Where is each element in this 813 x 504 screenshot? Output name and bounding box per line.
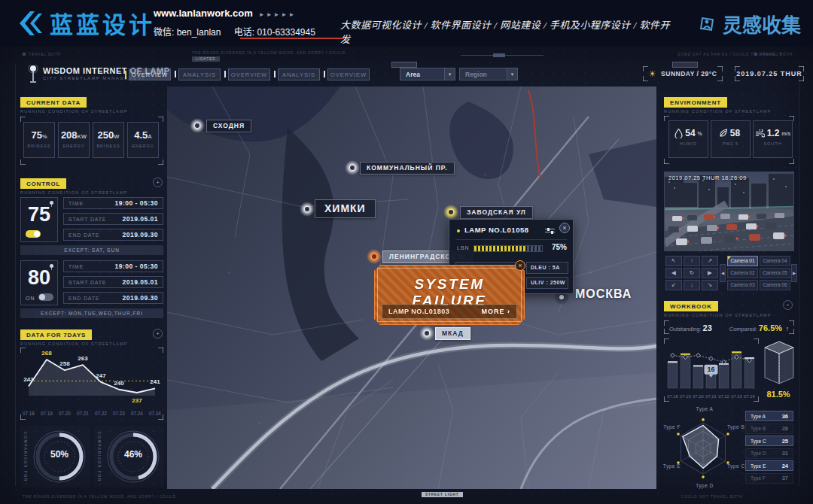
stat-energy-kw: 208KW ENERGY (58, 122, 90, 158)
panel-title-workbook: WORKBOOK (664, 301, 718, 311)
tab-analysis-2[interactable]: ANALYSIS (274, 68, 320, 80)
type-row-e[interactable]: Type E24 (745, 460, 793, 471)
map-label-mkad[interactable]: МКАД (435, 327, 470, 340)
type-row-d[interactable]: Type D31 (745, 448, 793, 459)
brightness-bar[interactable] (473, 245, 543, 252)
lanlan-logo-icon (15, 7, 48, 40)
except-days: EXCEPT: MON,TUE,WED,THUR,FRI (20, 308, 163, 318)
region-select[interactable]: Region ▾ (459, 68, 518, 80)
type-row-a[interactable]: Type A36 (745, 411, 793, 421)
camera-02-button[interactable]: Camera 02 (727, 268, 758, 278)
svg-text:268: 268 (41, 350, 52, 357)
lamp-pin-zavodskaya-alert[interactable] (443, 205, 458, 220)
weather-text: SUNNDAY / 29°C (661, 70, 717, 77)
svg-text:247: 247 (96, 372, 106, 379)
lamp-pin-khimki[interactable] (300, 202, 315, 217)
svg-text:240: 240 (114, 380, 124, 387)
pan-downright-button[interactable]: ↘ (702, 280, 718, 290)
map-label-zavodskaya[interactable]: ЗАВОДСКАЯ УЛ (460, 206, 533, 219)
type-row-c[interactable]: Type C25 (745, 436, 793, 446)
svg-text:07.18: 07.18 (23, 411, 35, 416)
svg-text:07.24: 07.24 (131, 411, 143, 416)
radar-chart (664, 409, 742, 487)
except-days: EXCEPT: SAT, SUN (20, 245, 163, 255)
field-current: DLEU : 5A (526, 262, 568, 274)
svg-text:07.22: 07.22 (95, 411, 107, 416)
svg-text:07.20: 07.20 (59, 411, 71, 416)
map-label-skhodnya[interactable]: СХОДНЯ (206, 120, 251, 132)
camera-06-button[interactable]: Camera 06 (760, 280, 790, 290)
type-row-f[interactable]: Type F37 (745, 473, 793, 484)
inspiration-collect[interactable]: 灵感收集 (697, 10, 801, 38)
traffic-scene (665, 172, 794, 251)
screenshot-stage: 蓝蓝设计 www.lanlanwork.com►►►►► 微信: ben_lan… (0, 0, 813, 504)
svg-text:+: + (589, 269, 592, 276)
panel-title-week-data: DATA FOR 7DAYS (20, 329, 92, 340)
svg-text:07.19: 07.19 (41, 411, 53, 416)
streetlamp-icon (27, 65, 39, 84)
pan-upleft-button[interactable]: ↖ (665, 256, 682, 266)
pan-downleft-button[interactable]: ↙ (665, 280, 682, 290)
pan-left-button[interactable]: ◀ (665, 268, 682, 278)
gauge-value: 50% (31, 426, 88, 483)
start-date-row: START DATE2019.05.01 (63, 213, 163, 225)
pan-upright-button[interactable]: ↗ (702, 256, 718, 266)
website-link[interactable]: www.lanlanwork.com (154, 8, 253, 19)
svg-text:241: 241 (150, 378, 160, 385)
tab-tick (125, 71, 126, 79)
tab-tick (224, 71, 226, 77)
svg-text:258: 258 (59, 360, 70, 367)
camera-prev-button[interactable]: ◀ (720, 264, 726, 282)
add-button[interactable]: + (153, 178, 163, 187)
status-dot (457, 229, 460, 232)
close-icon[interactable]: × (515, 260, 525, 271)
dimmer-level-box: 75 ON (20, 197, 58, 242)
add-button[interactable]: + (153, 329, 163, 339)
type-list: Type A36 Type B28 Type C25 Type D31 Type… (745, 411, 793, 485)
camera-timestamp: 2019.07.25 THUR 18:26:09 (668, 175, 747, 181)
map-label-khimki[interactable]: ХИМКИ (315, 199, 376, 218)
lamp-pin-leningradskoe-failure[interactable] (367, 249, 382, 264)
map-label-kommunalny[interactable]: КОММУНАЛЬНЫЙ ПР. (360, 162, 455, 175)
camera-01-button[interactable]: Camera 01 (727, 256, 758, 266)
camera-feed[interactable] (664, 172, 794, 251)
area-select[interactable]: Area ▾ (400, 68, 455, 80)
camera-03-button[interactable]: Camera 03 (727, 280, 758, 290)
tab-analysis-1[interactable]: ANALYSIS (175, 68, 221, 80)
tab-overview-2[interactable]: OVERVIEW (224, 68, 270, 80)
time-row: TIME19:00 - 05:30 (63, 260, 163, 272)
region-select-value: Region (460, 71, 507, 78)
brand-banner: 蓝蓝设计 www.lanlanwork.com►►►►► 微信: ben_lan… (0, 0, 813, 47)
lamp-pin-mkad[interactable] (419, 326, 434, 341)
pan-right-button[interactable]: ▶ (702, 268, 718, 278)
rotate-button[interactable]: ↻ (684, 268, 700, 278)
expand-button[interactable]: › (783, 300, 793, 310)
dimmer-level-box: 80 ON (20, 260, 58, 305)
map-label-moskva[interactable]: МОСКВА (569, 288, 638, 301)
type-row-b[interactable]: Type B28 (745, 424, 793, 434)
power-toggle[interactable] (38, 293, 53, 301)
power-toggle[interactable] (26, 230, 41, 238)
services-list: 大数据可视化设计 / 软件界面设计 / 网站建设 / 手机及小程序设计 / 软件… (340, 17, 671, 46)
lamp-pin-kommunalny[interactable] (345, 160, 360, 175)
more-button[interactable]: MORE › (481, 308, 510, 315)
close-icon[interactable]: × (559, 223, 570, 233)
tab-overview-1[interactable]: OVERVIEW (125, 68, 171, 80)
camera-04-button[interactable]: Camera 04 (760, 256, 790, 266)
env-pm25: 58 PM2.5 (711, 120, 751, 158)
stat-briness-pct: 75% BRINESS (23, 122, 55, 158)
pan-down-button[interactable]: ↓ (684, 280, 700, 290)
camera-next-button[interactable]: ▶ (791, 264, 797, 282)
radar-axis-e: Type E (650, 463, 681, 469)
decor-slider-handle[interactable] (493, 53, 505, 57)
sliders-icon[interactable] (545, 228, 555, 234)
pan-up-button[interactable]: ↑ (684, 256, 700, 266)
panel-subtitle: RUNNING CONDITION OF STREETLAMP (20, 109, 128, 114)
lamp-id: LAMP NO.L01058 (464, 226, 529, 234)
lamp-pin-skhodnya[interactable] (190, 118, 205, 133)
chevron-right-icon: › (507, 308, 510, 315)
gauge-label: COMPARISON FOR (23, 432, 28, 482)
tab-overview-3[interactable]: OVERVIEW (324, 68, 370, 80)
camera-05-button[interactable]: Camera 05 (760, 268, 790, 278)
main-tabs: OVERVIEW ANALYSIS OVERVIEW ANALYSIS OVER… (125, 68, 373, 80)
